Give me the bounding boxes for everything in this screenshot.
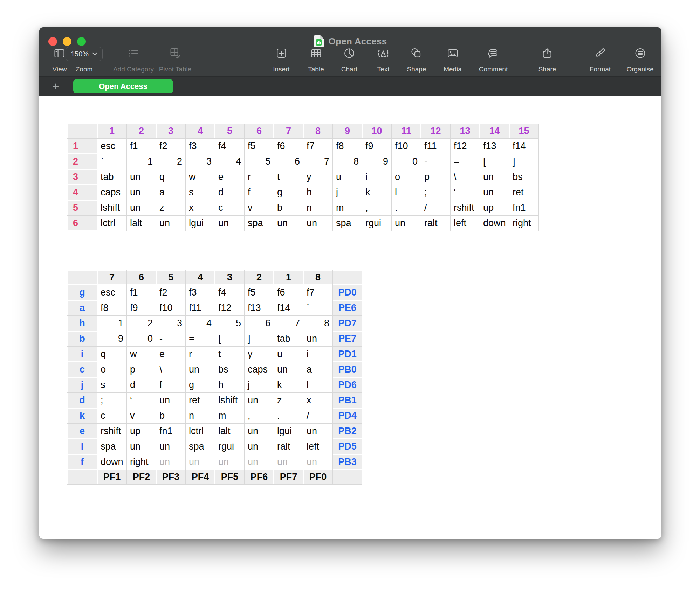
table-cell[interactable]: lctrl — [186, 424, 215, 439]
table-cell[interactable]: esc — [97, 139, 127, 154]
table-cell[interactable]: / — [421, 200, 451, 216]
row-header[interactable]: 1 — [67, 139, 97, 154]
row-header[interactable]: c — [67, 362, 97, 377]
table-cell[interactable]: rgui — [362, 216, 392, 231]
table-cell[interactable]: 2 — [127, 316, 156, 331]
table-cell[interactable]: n — [186, 408, 215, 424]
table-cell[interactable]: fn1 — [509, 200, 539, 216]
table-cell[interactable]: r — [245, 169, 274, 185]
table-cell[interactable]: e — [215, 169, 245, 185]
table-cell[interactable]: ret — [509, 185, 539, 200]
table-cell[interactable]: 1 — [97, 316, 127, 331]
table-cell[interactable]: un — [186, 362, 215, 377]
table-cell[interactable]: un — [480, 169, 509, 185]
table-cell[interactable]: rshift — [451, 200, 480, 216]
pd-port-label-cell[interactable]: PB0 — [333, 362, 362, 377]
table-cell[interactable]: f6 — [274, 285, 303, 300]
column-header[interactable]: 12 — [421, 124, 451, 139]
row-header[interactable]: k — [67, 408, 97, 424]
corner-cell[interactable] — [67, 124, 97, 139]
table-cell[interactable]: , — [245, 408, 274, 424]
table-cell[interactable]: up — [127, 424, 156, 439]
table-cell[interactable]: f11 — [186, 300, 215, 316]
table-cell[interactable]: f12 — [451, 139, 480, 154]
table-cell[interactable]: f10 — [392, 139, 421, 154]
row-header[interactable]: e — [67, 424, 97, 439]
table-cell[interactable]: c — [97, 408, 127, 424]
table-cell[interactable]: un — [245, 439, 274, 454]
table-cell[interactable]: y — [303, 169, 333, 185]
table-cell[interactable]: 8 — [333, 154, 362, 169]
table-cell[interactable]: rgui — [215, 439, 245, 454]
table-cell[interactable]: lctrl — [97, 216, 127, 231]
toolbar-comment-button[interactable]: Comment — [479, 47, 508, 74]
table-cell[interactable]: 4 — [215, 154, 245, 169]
row-header[interactable]: a — [67, 300, 97, 316]
table-cell[interactable]: - — [421, 154, 451, 169]
table-cell[interactable]: f7 — [303, 139, 333, 154]
table-cell[interactable]: fn1 — [156, 424, 186, 439]
table-cell[interactable]: 2 — [156, 154, 186, 169]
pd-port-label-cell[interactable]: PD5 — [333, 439, 362, 454]
column-header[interactable]: 9 — [333, 124, 362, 139]
table-cell[interactable]: 9 — [97, 331, 127, 347]
table-cell[interactable]: ` — [303, 300, 333, 316]
table-cell[interactable]: 3 — [186, 154, 215, 169]
table-cell[interactable]: f5 — [245, 285, 274, 300]
toolbar-text-button[interactable]: Text — [377, 47, 390, 74]
column-header[interactable]: 6 — [127, 270, 156, 285]
toolbar-zoom-button[interactable]: 150%Zoom — [66, 47, 103, 74]
toolbar-share-button[interactable]: Share — [538, 47, 556, 74]
table-cell[interactable]: 6 — [274, 154, 303, 169]
table-cell[interactable]: n — [303, 200, 333, 216]
table-cell[interactable]: un — [392, 216, 421, 231]
table-cell[interactable]: ; — [97, 393, 127, 408]
table-cell[interactable]: q — [156, 169, 186, 185]
table-cell[interactable]: f1 — [127, 285, 156, 300]
column-header[interactable]: 3 — [156, 124, 186, 139]
footer-corner-cell[interactable] — [67, 470, 97, 485]
row-header[interactable]: 4 — [67, 185, 97, 200]
table-cell[interactable]: un — [245, 454, 274, 470]
table-cell[interactable]: un — [303, 331, 333, 347]
table-cell[interactable]: h — [303, 185, 333, 200]
pd-port-label-cell[interactable]: PB3 — [333, 454, 362, 470]
pd-port-label-cell[interactable]: PB1 — [333, 393, 362, 408]
table-cell[interactable]: g — [274, 185, 303, 200]
table-cell[interactable]: 4 — [186, 316, 215, 331]
pd-port-label-cell[interactable]: PD4 — [333, 408, 362, 424]
table-cell[interactable]: lshift — [215, 393, 245, 408]
table-cell[interactable]: spa — [245, 216, 274, 231]
table-cell[interactable]: m — [215, 408, 245, 424]
table-cell[interactable]: f4 — [215, 285, 245, 300]
table-cell[interactable]: . — [274, 408, 303, 424]
table-cell[interactable]: f14 — [274, 300, 303, 316]
table-cell[interactable]: - — [156, 331, 186, 347]
table-cell[interactable]: un — [245, 424, 274, 439]
pf-port-label-cell[interactable]: PF5 — [215, 470, 245, 485]
toolbar-chart-button[interactable]: Chart — [341, 47, 357, 74]
table-cell[interactable]: un — [156, 216, 186, 231]
table-cell[interactable]: f4 — [215, 139, 245, 154]
column-header[interactable]: 2 — [245, 270, 274, 285]
table-cell[interactable]: un — [127, 169, 156, 185]
table-cell[interactable]: w — [127, 347, 156, 362]
pd-port-label-cell[interactable]: PE7 — [333, 331, 362, 347]
table-cell[interactable]: f13 — [480, 139, 509, 154]
table-cell[interactable]: ret — [186, 393, 215, 408]
table-cell[interactable]: 3 — [156, 316, 186, 331]
table-cell[interactable]: f7 — [303, 285, 333, 300]
table-cell[interactable]: tab — [97, 169, 127, 185]
pf-port-label-cell[interactable]: PF4 — [186, 470, 215, 485]
table-cell[interactable]: ] — [509, 154, 539, 169]
table-cell[interactable]: [ — [480, 154, 509, 169]
table-cell[interactable]: \ — [451, 169, 480, 185]
table-cell[interactable]: un — [480, 185, 509, 200]
table-cell[interactable]: lalt — [215, 424, 245, 439]
table-cell[interactable]: v — [245, 200, 274, 216]
table-cell[interactable]: f9 — [362, 139, 392, 154]
table-cell[interactable]: ‘ — [451, 185, 480, 200]
table-cell[interactable]: 0 — [127, 331, 156, 347]
column-header[interactable]: 6 — [245, 124, 274, 139]
table-cell[interactable]: a — [303, 362, 333, 377]
